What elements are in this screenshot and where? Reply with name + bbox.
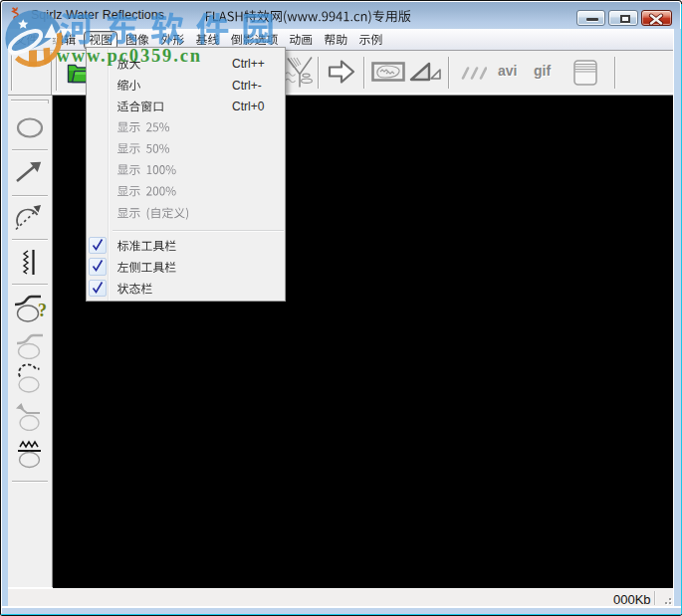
svg-text:?: ? (38, 301, 47, 320)
